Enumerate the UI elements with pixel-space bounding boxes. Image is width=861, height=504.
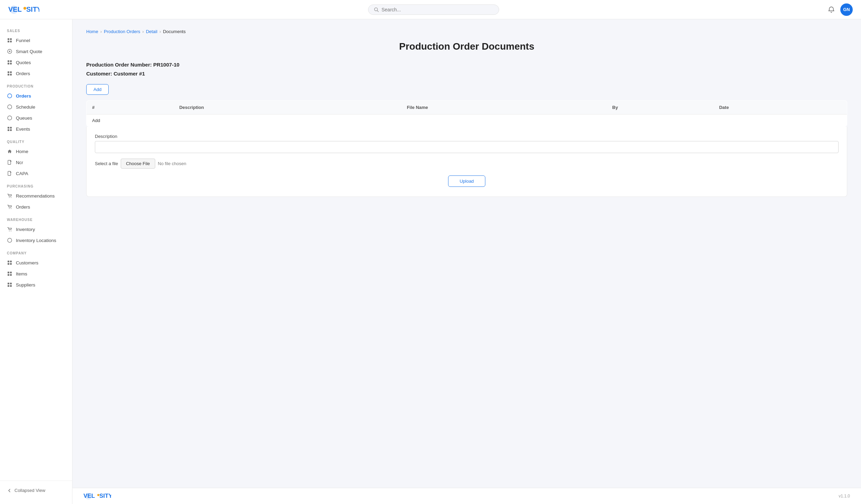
collapsed-view-label: Collapsed View [14, 488, 45, 493]
sidebar-item-funnel[interactable]: Funnel [0, 35, 72, 46]
breadcrumb-detail[interactable]: Detail [146, 29, 157, 34]
upload-button[interactable]: Upload [448, 175, 485, 187]
section-label-purchasing: PURCHASING [0, 179, 72, 190]
description-section: Description [95, 134, 839, 153]
customer-name: Customer: Customer #1 [86, 69, 847, 78]
sidebar-item-capa[interactable]: CAPA [0, 168, 72, 179]
section-label-sales: SALES [0, 23, 72, 35]
svg-text:SITY: SITY [26, 6, 39, 13]
svg-point-31 [9, 208, 10, 209]
svg-point-33 [9, 231, 10, 231]
sidebar-item-quality-home[interactable]: Home [0, 146, 72, 157]
sidebar-item-label: Orders [16, 204, 30, 210]
sidebar-item-suppliers[interactable]: Suppliers [0, 279, 72, 290]
cart-icon [7, 204, 12, 210]
table-header-row: # Description File Name By Date [87, 101, 847, 114]
table-add-row: Add [87, 114, 847, 127]
svg-rect-23 [8, 127, 9, 129]
svg-point-22 [8, 116, 12, 120]
svg-point-21 [8, 105, 12, 109]
sidebar-item-sales-orders[interactable]: Orders [0, 68, 72, 79]
sidebar-item-ncr[interactable]: Ncr [0, 157, 72, 168]
footer-version: v1.1.0 [839, 494, 850, 498]
sidebar-item-label: CAPA [16, 171, 28, 176]
svg-point-20 [8, 94, 12, 98]
svg-text:VEL: VEL [83, 493, 95, 499]
header: VEL SITY GN [0, 0, 861, 19]
svg-line-5 [377, 10, 379, 12]
sidebar-item-label: Inventory [16, 227, 35, 232]
sidebar-item-label: Schedule [16, 104, 35, 110]
sidebar-item-label: Funnel [16, 38, 30, 43]
svg-rect-26 [10, 129, 12, 131]
sidebar-item-customers[interactable]: Customers [0, 257, 72, 268]
sidebar-item-schedule[interactable]: Schedule [0, 101, 72, 112]
sidebar-item-inventory-locations[interactable]: Inventory Locations [0, 235, 72, 246]
svg-text:VEL: VEL [8, 6, 22, 13]
sidebar-item-label: Smart Quote [16, 49, 42, 54]
breadcrumb-sep: › [159, 29, 161, 34]
search-icon [374, 7, 379, 12]
circle-icon [7, 104, 12, 110]
choose-file-button[interactable]: Choose File [121, 159, 155, 169]
section-label-quality: QUALITY [0, 134, 72, 146]
sidebar-item-items[interactable]: Items [0, 268, 72, 279]
svg-point-2 [23, 7, 26, 10]
svg-rect-46 [8, 285, 9, 287]
description-input[interactable] [95, 141, 839, 153]
arrow-left-icon [7, 488, 12, 493]
svg-rect-8 [8, 41, 9, 42]
sidebar-item-inventory[interactable]: Inventory [0, 224, 72, 235]
svg-rect-18 [8, 74, 9, 75]
svg-text:SITY: SITY [99, 493, 111, 499]
sidebar-item-queues[interactable]: Queues [0, 112, 72, 123]
sidebar-item-label: Items [16, 271, 27, 276]
add-button[interactable]: Add [86, 84, 109, 95]
logo-icon: VEL SITY [8, 4, 39, 15]
logo: VEL SITY [8, 4, 39, 15]
footer-logo: VEL SITY [83, 492, 111, 501]
avatar[interactable]: GN [840, 3, 853, 16]
sidebar-item-label: Ncr [16, 160, 23, 165]
svg-point-29 [9, 197, 10, 198]
search-input[interactable] [382, 7, 493, 12]
sidebar-item-smart-quote[interactable]: Smart Quote [0, 46, 72, 57]
svg-rect-47 [10, 285, 12, 287]
sidebar-item-recommendations[interactable]: Recommendations [0, 190, 72, 201]
sidebar-item-prod-orders[interactable]: Orders [0, 90, 72, 101]
svg-rect-44 [8, 283, 9, 284]
sidebar-item-purch-orders[interactable]: Orders [0, 201, 72, 212]
grid-icon [7, 282, 12, 288]
search-bar[interactable] [368, 4, 499, 15]
svg-rect-13 [10, 60, 12, 62]
cart-icon [7, 226, 12, 232]
circle-icon [7, 238, 12, 243]
sidebar-item-quotes[interactable]: Quotes [0, 57, 72, 68]
cart-icon [7, 193, 12, 199]
grid-icon [7, 260, 12, 265]
svg-rect-12 [8, 60, 9, 62]
sidebar-nav: SALES Funnel Smart Quote Quotes [0, 23, 72, 290]
col-description: Description [174, 101, 402, 114]
svg-point-11 [9, 51, 10, 52]
file-select-row: Select a file Choose File No file chosen [95, 159, 839, 169]
breadcrumb-production-orders[interactable]: Production Orders [104, 29, 140, 34]
file-icon [7, 160, 12, 165]
notification-icon[interactable] [828, 6, 835, 13]
sidebar-item-label: Home [16, 149, 28, 154]
sidebar-item-label: Recommendations [16, 193, 55, 199]
breadcrumb-home[interactable]: Home [86, 29, 98, 34]
collapsed-view-button[interactable]: Collapsed View [0, 485, 72, 496]
svg-rect-16 [8, 71, 9, 73]
sidebar-item-label: Orders [16, 93, 31, 99]
section-label-warehouse: WAREHOUSE [0, 212, 72, 224]
description-label: Description [95, 134, 839, 139]
col-number: # [87, 101, 174, 114]
page-title: Production Order Documents [86, 41, 847, 52]
sidebar-item-label: Customers [16, 260, 38, 265]
sidebar-item-events[interactable]: Events [0, 123, 72, 134]
svg-rect-36 [8, 261, 9, 262]
svg-rect-45 [10, 283, 12, 284]
svg-point-30 [11, 197, 11, 198]
svg-point-34 [11, 231, 11, 231]
